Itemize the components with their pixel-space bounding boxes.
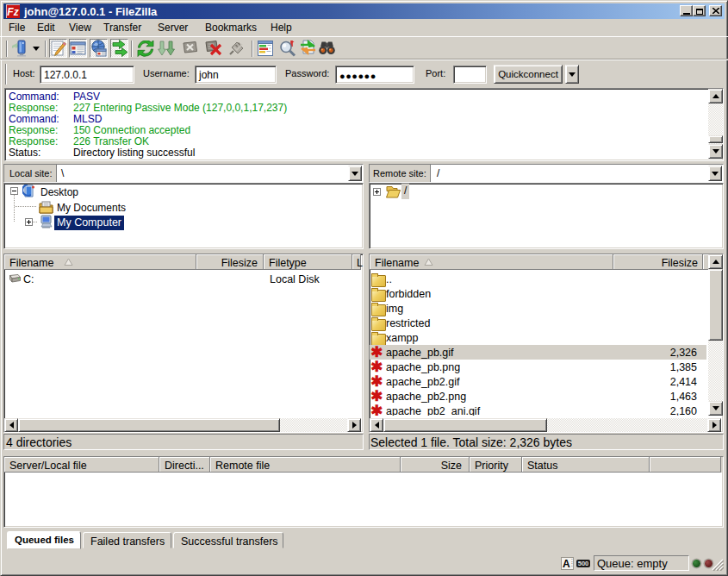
- svg-text:Fz: Fz: [7, 6, 18, 18]
